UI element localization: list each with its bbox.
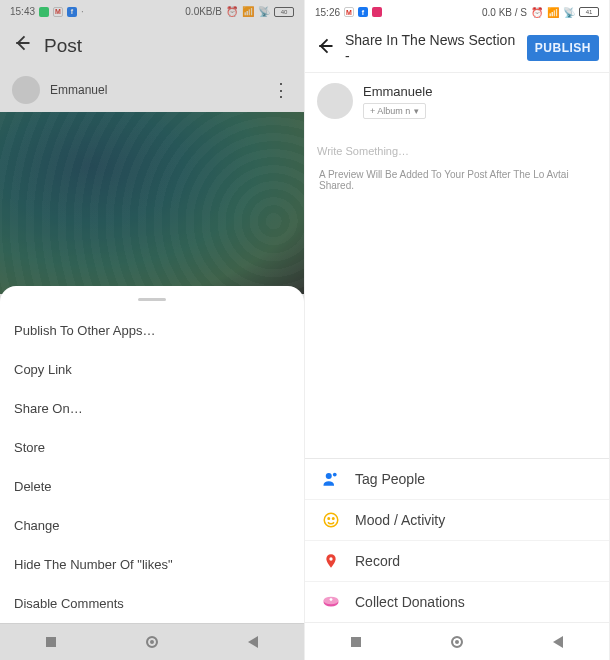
battery-icon: 40 [274,7,294,17]
status-net: 0.0 KB / S [482,7,527,18]
gmail-icon: M [53,7,63,17]
post-user-row: Emmanuel ⋮ [0,68,304,112]
action-tag-people[interactable]: Tag People [305,459,609,500]
svg-point-5 [329,557,332,560]
gmail-icon: M [344,7,354,17]
menu-hide-likes[interactable]: Hide The Number Of "likes" [0,545,304,584]
menu-delete[interactable]: Delete [0,467,304,506]
location-pin-icon [321,551,341,571]
svg-point-2 [324,513,338,527]
dot-icon: · [81,6,84,17]
status-net: 0.0KB/B [185,6,222,17]
system-navbar [0,623,304,660]
share-header: Share In The News Section - PUBLISH [305,24,609,73]
share-title: Share In The News Section - [345,32,517,64]
nav-home-icon[interactable] [450,635,464,649]
avatar[interactable] [12,76,40,104]
wifi-icon: 📡 [258,6,270,17]
menu-copy-link[interactable]: Copy Link [0,350,304,389]
svg-point-3 [328,518,330,520]
tag-people-icon [321,469,341,489]
svg-point-0 [326,473,332,479]
facebook-icon: f [358,7,368,17]
menu-share-on[interactable]: Share On… [0,389,304,428]
publish-button[interactable]: PUBLISH [527,35,599,61]
avatar[interactable] [317,83,353,119]
instagram-icon [372,7,382,17]
status-time: 15:43 [10,6,35,17]
status-time: 15:26 [315,7,340,18]
spacer [305,197,609,458]
menu-store[interactable]: Store [0,428,304,467]
action-label: Tag People [355,471,425,487]
user-name: Emmanuele [363,84,432,99]
post-title: Post [44,35,82,57]
album-label: + Album n [370,106,410,116]
right-phone: 15:26 M f 0.0 KB / S ⏰ 📶 📡 41 Share In T… [305,0,610,660]
preview-note: A Preview Will Be Added To Your Post Aft… [305,163,609,197]
svg-point-4 [333,518,335,520]
bottom-sheet: Publish To Other Apps… Copy Link Share O… [0,286,304,623]
system-navbar [305,622,609,660]
signal-icon: 📶 [242,6,254,17]
alarm-icon: ⏰ [531,7,543,18]
action-donate[interactable]: Collect Donations [305,582,609,622]
menu-change[interactable]: Change [0,506,304,545]
menu-publish-other[interactable]: Publish To Other Apps… [0,311,304,350]
donate-icon [321,592,341,612]
share-user-row: Emmanuele + Album n ▾ [305,73,609,129]
post-image[interactable] [0,112,304,294]
action-record[interactable]: Record [305,541,609,582]
battery-icon: 41 [579,7,599,17]
chevron-down-icon: ▾ [414,106,419,116]
signal-icon: 📶 [547,7,559,18]
svg-point-1 [333,473,337,477]
status-bar: 15:26 M f 0.0 KB / S ⏰ 📶 📡 41 [305,0,609,24]
composer-input[interactable]: Write Something… [305,129,609,163]
action-list: Tag People Mood / Activity Record Collec… [305,458,609,622]
album-selector[interactable]: + Album n ▾ [363,103,426,119]
menu-disable-comments[interactable]: Disable Comments [0,584,304,623]
facebook-icon: f [67,7,77,17]
status-bar: 15:43 M f · 0.0KB/B ⏰ 📶 📡 40 [0,0,304,23]
wifi-icon: 📡 [563,7,575,18]
mood-icon [321,510,341,530]
nav-back-icon[interactable] [551,635,565,649]
action-label: Collect Donations [355,594,465,610]
alarm-icon: ⏰ [226,6,238,17]
nav-recent-icon[interactable] [44,635,58,649]
post-header: Post [0,23,304,68]
action-label: Mood / Activity [355,512,445,528]
more-options-icon[interactable]: ⋮ [272,79,290,101]
back-arrow-icon[interactable] [315,36,335,60]
nav-recent-icon[interactable] [349,635,363,649]
whatsapp-icon [39,7,49,17]
nav-back-icon[interactable] [246,635,260,649]
action-label: Record [355,553,400,569]
user-name: Emmanuel [50,83,107,97]
sheet-handle[interactable] [138,298,166,301]
back-arrow-icon[interactable] [12,33,32,58]
action-mood[interactable]: Mood / Activity [305,500,609,541]
nav-home-icon[interactable] [145,635,159,649]
left-phone: 15:43 M f · 0.0KB/B ⏰ 📶 📡 40 Post Emmanu… [0,0,305,660]
